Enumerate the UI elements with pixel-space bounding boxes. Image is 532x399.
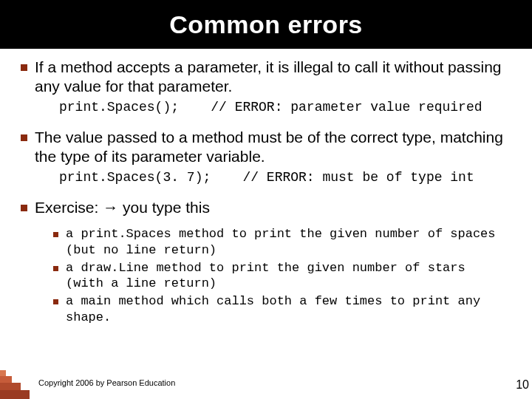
slide-content: If a method accepts a parameter, it is i… <box>0 49 532 326</box>
exercise-sublist: a print.Spaces method to print the given… <box>53 226 510 326</box>
bullet-icon <box>21 134 27 141</box>
slide-title: Common errors <box>169 10 363 39</box>
bullet-icon <box>21 64 27 71</box>
sub-text: a draw.Line method to print the given nu… <box>66 260 510 293</box>
list-item: a print.Spaces method to print the given… <box>53 226 510 259</box>
list-item: a main method which calls both a few tim… <box>53 293 510 326</box>
bullet-item: Exercise: → you type this <box>21 198 510 217</box>
bullet-icon <box>21 205 27 211</box>
bullet-item: If a method accepts a parameter, it is i… <box>21 58 510 95</box>
list-item: a draw.Line method to print the given nu… <box>53 260 510 293</box>
copyright-footer: Copyright 2006 by Pearson Education <box>38 378 175 387</box>
code-line: print.Spaces(); // ERROR: parameter valu… <box>59 100 510 115</box>
page-number: 10 <box>516 378 529 392</box>
title-bar: Common errors <box>0 0 532 49</box>
arrow-icon: → <box>103 199 118 216</box>
bullet-text: If a method accepts a parameter, it is i… <box>35 58 510 95</box>
bullet-item: The value passed to a method must be of … <box>21 128 510 166</box>
exercise-line: Exercise: → you type this <box>35 198 210 217</box>
bullet-icon <box>53 232 58 237</box>
exercise-suffix: you type this <box>118 199 210 216</box>
sub-text: a main method which calls both a few tim… <box>66 293 510 326</box>
code-line: print.Spaces(3. 7); // ERROR: must be of… <box>59 170 510 185</box>
sub-text: a print.Spaces method to print the given… <box>66 226 510 259</box>
bullet-icon <box>53 266 58 271</box>
exercise-prefix: Exercise: <box>35 199 103 216</box>
bullet-icon <box>53 299 58 304</box>
bullet-text: The value passed to a method must be of … <box>35 128 510 166</box>
